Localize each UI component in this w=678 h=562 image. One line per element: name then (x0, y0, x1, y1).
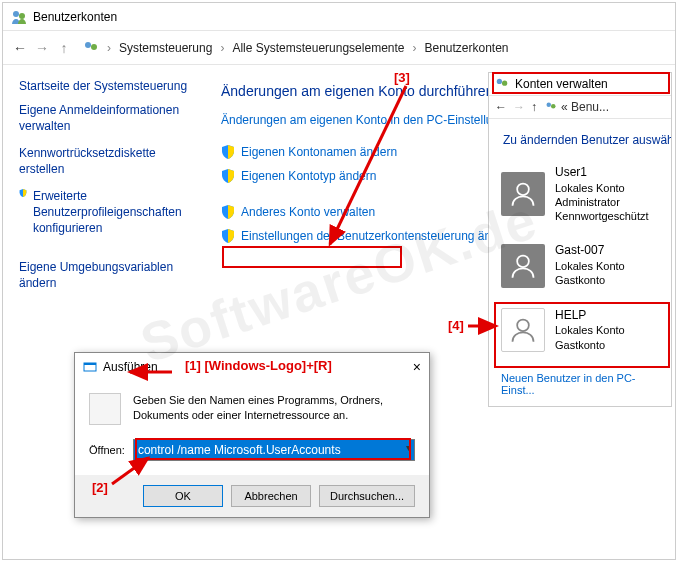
shield-icon (221, 145, 235, 159)
panel-breadcrumb[interactable]: « Benu... (561, 100, 609, 114)
svg-point-7 (551, 104, 556, 109)
chevron-right-icon: › (107, 41, 111, 55)
user-tile-user1[interactable]: User1 Lokales Konto Administrator Kennwo… (489, 155, 671, 233)
chevron-right-icon: › (412, 41, 416, 55)
panel-heading: Zu ändernden Benutzer auswählen (489, 119, 671, 155)
run-program-icon (89, 393, 121, 425)
window-title: Benutzerkonten (33, 10, 117, 24)
bc-2[interactable]: Benutzerkonten (424, 41, 508, 55)
users-icon (11, 9, 27, 25)
svg-point-2 (85, 42, 91, 48)
user-meta: User1 Lokales Konto Administrator Kennwo… (555, 165, 649, 223)
svg-point-6 (547, 103, 552, 108)
svg-point-3 (91, 44, 97, 50)
close-icon[interactable]: × (413, 359, 421, 375)
sidebar-link-env-vars[interactable]: Eigene Umgebungsvariablen ändern (19, 260, 191, 291)
users-icon (545, 101, 557, 113)
run-dialog: Ausführen × Geben Sie den Namen eines Pr… (74, 352, 430, 518)
user-meta: Gast-007 Lokales Konto Gastkonto (555, 243, 625, 287)
panel-nav: ← → ↑ « Benu... (489, 96, 671, 119)
user-meta: HELP Lokales Konto Gastkonto (555, 308, 625, 352)
run-description: Geben Sie den Namen eines Programms, Ord… (133, 393, 415, 425)
user-tile-gast007[interactable]: Gast-007 Lokales Konto Gastkonto (489, 233, 671, 297)
avatar-icon (501, 172, 545, 216)
titlebar: Benutzerkonten (3, 3, 675, 31)
up-button[interactable]: ↑ (531, 100, 537, 114)
users-icon (83, 40, 99, 56)
shield-icon (221, 229, 235, 243)
svg-point-10 (517, 319, 529, 331)
svg-point-1 (19, 13, 25, 19)
avatar-icon (501, 308, 545, 352)
sidebar-link-adv-profile[interactable]: Erweiterte Benutzerprofileigenschaften k… (33, 189, 191, 236)
shield-icon (221, 205, 235, 219)
svg-point-5 (502, 81, 507, 86)
open-label: Öffnen: (89, 444, 125, 456)
bc-0[interactable]: Systemsteuerung (119, 41, 212, 55)
sidebar-link-credentials[interactable]: Eigene Anmeldeinformationen verwalten (19, 103, 191, 134)
user-tile-help[interactable]: HELP Lokales Konto Gastkonto (489, 298, 671, 362)
bc-1[interactable]: Alle Systemsteuerungselemente (232, 41, 404, 55)
panel-titlebar: Konten verwalten (489, 73, 671, 96)
breadcrumb[interactable]: › Systemsteuerung › Alle Systemsteuerung… (83, 40, 509, 56)
shield-icon (221, 169, 235, 183)
forward-button[interactable]: → (31, 37, 53, 59)
browse-button[interactable]: Durchsuchen... (319, 485, 415, 507)
chevron-right-icon: › (220, 41, 224, 55)
navbar: ← → ↑ › Systemsteuerung › Alle Systemste… (3, 31, 675, 65)
ok-button[interactable]: OK (143, 485, 223, 507)
add-user-link[interactable]: Neuen Benutzer in den PC-Einst... (489, 362, 671, 406)
up-button[interactable]: ↑ (53, 37, 75, 59)
svg-rect-12 (84, 363, 96, 365)
svg-point-0 (13, 11, 19, 17)
svg-point-4 (497, 79, 502, 84)
shield-icon (19, 189, 27, 203)
svg-point-8 (517, 184, 529, 196)
svg-point-9 (517, 255, 529, 267)
sidebar-link-reset-disk[interactable]: Kennwortrücksetzdiskette erstellen (19, 146, 191, 177)
cancel-button[interactable]: Abbrechen (231, 485, 311, 507)
sidebar-home-link[interactable]: Startseite der Systemsteuerung (19, 79, 191, 93)
run-input[interactable] (133, 439, 415, 461)
manage-accounts-panel: Konten verwalten ← → ↑ « Benu... Zu ände… (488, 72, 672, 407)
panel-title: Konten verwalten (515, 77, 608, 91)
run-icon (83, 360, 97, 374)
forward-button[interactable]: → (513, 100, 525, 114)
back-button[interactable]: ← (9, 37, 31, 59)
back-button[interactable]: ← (495, 100, 507, 114)
avatar-icon (501, 244, 545, 288)
run-title: Ausführen (103, 360, 158, 374)
run-titlebar: Ausführen × (75, 353, 429, 381)
chevron-down-icon[interactable]: ▾ (406, 442, 411, 453)
users-icon (495, 77, 509, 91)
sidebar: Startseite der Systemsteuerung Eigene An… (3, 65, 203, 317)
